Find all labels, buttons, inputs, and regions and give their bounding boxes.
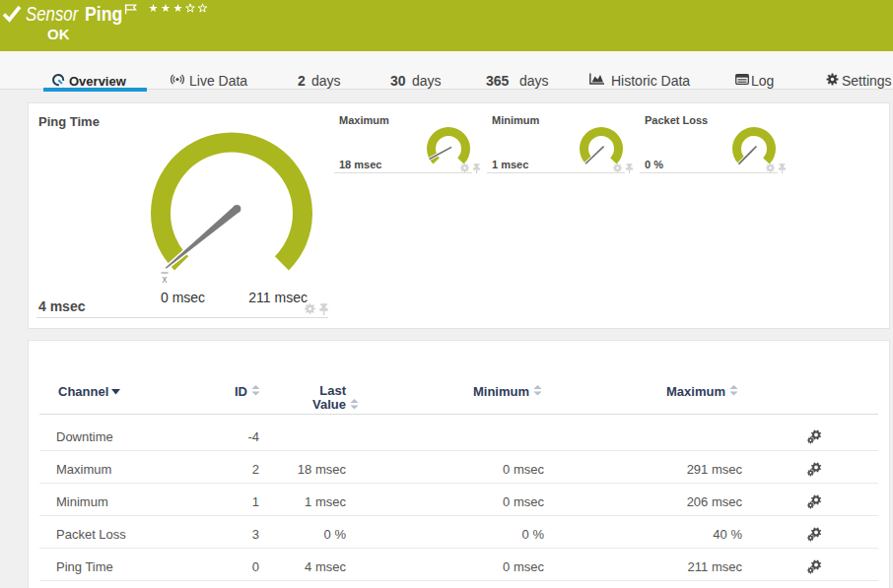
svg-text:x: x: [163, 274, 168, 285]
